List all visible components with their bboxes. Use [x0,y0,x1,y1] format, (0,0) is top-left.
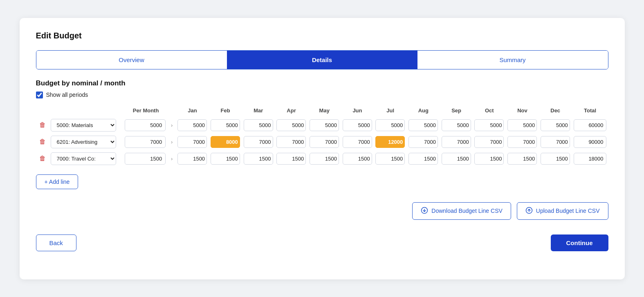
per-month-input[interactable] [125,136,166,148]
upload-csv-button[interactable]: Upload Budget Line CSV [517,202,608,220]
account-select[interactable]: 6201: Advertising [51,136,116,148]
month-input-4[interactable] [310,153,339,165]
add-line-button[interactable]: + Add line [36,174,79,189]
show-all-periods-label: Show all periods [46,92,88,98]
download-csv-button[interactable]: Download Budget Line CSV [412,202,511,220]
table-row: 🗑5000: Materials› [36,117,608,134]
tab-bar: Overview Details Summary [36,50,608,69]
month-input-10[interactable] [507,153,537,165]
month-input-1[interactable] [211,136,240,148]
month-cell [308,150,341,167]
month-input-11[interactable] [541,136,570,148]
account-cell: 5000: Materials [49,117,123,134]
tab-overview[interactable]: Overview [36,51,227,69]
month-input-0[interactable] [177,153,207,165]
month-input-5[interactable] [343,153,372,165]
month-cell [275,150,308,167]
month-input-6[interactable] [375,153,405,165]
per-month-input[interactable] [125,153,166,165]
col-nov: Nov [506,106,539,117]
month-input-2[interactable] [244,153,273,165]
total-input[interactable] [574,136,606,148]
total-input[interactable] [574,153,606,165]
month-input-2[interactable] [244,136,273,148]
month-input-1[interactable] [211,119,240,131]
month-cell [209,134,242,150]
month-cell [506,150,539,167]
arrow-cell: › [168,134,176,150]
account-select[interactable]: 5000: Materials [51,119,116,132]
back-button[interactable]: Back [36,234,76,251]
month-input-9[interactable] [474,153,504,165]
month-input-11[interactable] [541,119,570,131]
trash-icon[interactable]: 🗑 [39,121,46,128]
total-cell [572,117,608,134]
month-input-0[interactable] [177,119,207,131]
month-input-1[interactable] [211,153,240,165]
month-input-3[interactable] [276,153,306,165]
month-input-4[interactable] [310,119,339,131]
add-line-label: + Add line [45,179,70,185]
month-cell [473,150,506,167]
account-select[interactable]: 7000: Travel Co: [51,152,116,165]
month-input-9[interactable] [474,119,504,131]
col-per-month: Per Month [123,106,168,117]
trash-icon[interactable]: 🗑 [39,138,46,145]
account-cell: 6201: Advertising [49,134,123,150]
tab-summary[interactable]: Summary [417,51,608,69]
month-input-7[interactable] [408,136,438,148]
month-input-3[interactable] [276,136,306,148]
month-input-5[interactable] [343,119,372,131]
download-csv-label: Download Budget Line CSV [431,208,503,214]
continue-button[interactable]: Continue [551,234,608,251]
month-input-5[interactable] [343,136,372,148]
month-input-10[interactable] [507,136,537,148]
tab-details[interactable]: Details [227,51,417,69]
month-cell [440,117,473,134]
month-cell [506,134,539,150]
month-input-11[interactable] [541,153,570,165]
month-cell [275,117,308,134]
month-cell [275,134,308,150]
month-cell [308,134,341,150]
show-all-periods-checkbox[interactable] [36,92,43,98]
month-input-4[interactable] [310,136,339,148]
month-input-3[interactable] [276,119,306,131]
total-input[interactable] [574,119,606,131]
month-input-8[interactable] [442,119,471,131]
per-month-input[interactable] [125,119,166,131]
month-input-7[interactable] [408,119,438,131]
month-cell [242,117,275,134]
month-input-7[interactable] [408,153,438,165]
table-row: 🗑7000: Travel Co:› [36,150,608,167]
show-all-periods-row: Show all periods [36,92,608,98]
month-cell [539,150,572,167]
col-jul: Jul [374,106,407,117]
month-cell [539,117,572,134]
col-aug: Aug [407,106,440,117]
month-cell [374,117,407,134]
bottom-nav: Back Continue [36,234,608,251]
col-jan: Jan [176,106,209,117]
month-input-6[interactable] [375,119,405,131]
col-apr: Apr [275,106,308,117]
arrow-cell: › [168,150,176,167]
month-cell [341,134,374,150]
month-cell [242,150,275,167]
month-input-10[interactable] [507,119,537,131]
month-cell [341,150,374,167]
month-input-8[interactable] [442,153,471,165]
month-input-2[interactable] [244,119,273,131]
month-input-6[interactable] [375,136,405,148]
arrow-right-icon: › [170,139,173,145]
month-input-0[interactable] [177,136,207,148]
upload-icon [525,207,533,215]
delete-cell: 🗑 [36,150,49,167]
month-input-8[interactable] [442,136,471,148]
month-cell [473,117,506,134]
trash-icon[interactable]: 🗑 [39,155,46,162]
month-cell [407,134,440,150]
col-may: May [308,106,341,117]
month-input-9[interactable] [474,136,504,148]
month-cell [440,150,473,167]
